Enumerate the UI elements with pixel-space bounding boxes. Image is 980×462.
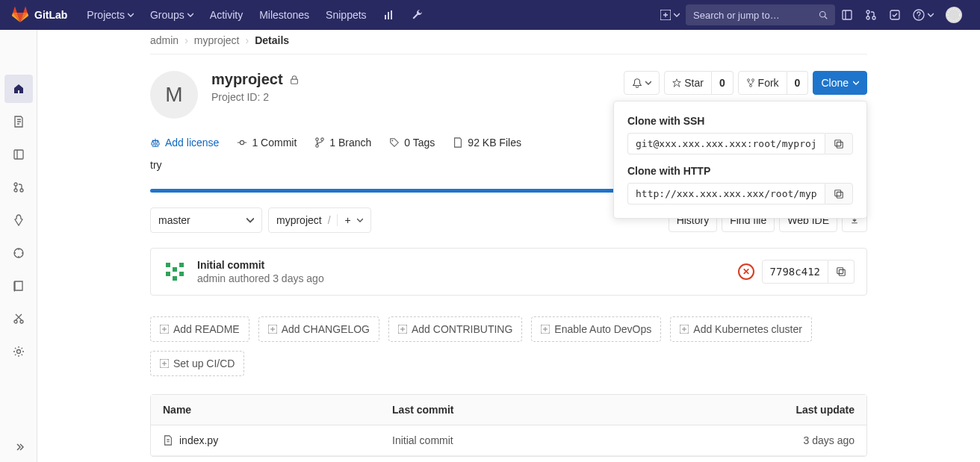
svg-rect-35: [166, 272, 170, 276]
copy-icon: [834, 139, 844, 149]
merge-requests-icon[interactable]: [859, 3, 883, 27]
svg-rect-25: [835, 190, 841, 196]
table-row[interactable]: index.py Initial commit 3 days ago: [151, 425, 866, 456]
add-changelog[interactable]: Add CHANGELOG: [258, 316, 379, 342]
breadcrumb: admin › myproject › Details: [150, 31, 867, 54]
chevron-down-icon: [128, 12, 134, 18]
svg-point-21: [749, 84, 751, 87]
sidebar: [0, 30, 37, 462]
branch-select[interactable]: master: [150, 207, 262, 233]
clone-ssh-label: Clone with SSH: [627, 115, 853, 127]
chevron-down-icon: [246, 216, 254, 224]
copy-ssh-button[interactable]: [825, 133, 853, 154]
tags-link[interactable]: 0 Tags: [389, 137, 435, 149]
svg-rect-37: [173, 276, 177, 281]
sidebar-collapse[interactable]: [4, 432, 34, 462]
sidebar-repository[interactable]: [4, 107, 33, 136]
commit-icon: [237, 137, 247, 148]
svg-rect-22: [837, 142, 843, 148]
suggestion-buttons: Add README Add CHANGELOG Add CONTRIBUTIN…: [150, 316, 867, 376]
commit-title[interactable]: Initial commit: [197, 259, 324, 271]
commit-subtitle: admin authored 3 days ago: [197, 272, 324, 284]
fork-button[interactable]: Fork: [738, 71, 787, 95]
copy-icon: [836, 266, 846, 277]
add-contributing[interactable]: Add CONTRIBUTING: [388, 316, 522, 342]
bell-icon: [632, 78, 642, 88]
search-box[interactable]: [686, 4, 835, 25]
svg-point-17: [16, 350, 20, 354]
svg-point-19: [747, 79, 749, 81]
svg-point-12: [14, 189, 17, 192]
breadcrumb-current: Details: [255, 34, 289, 46]
file-last-commit[interactable]: Initial commit: [380, 425, 627, 456]
sidebar-snippets[interactable]: [4, 305, 33, 333]
copy-icon: [834, 189, 844, 199]
nav-activity[interactable]: Activity: [202, 1, 250, 28]
svg-point-16: [20, 320, 23, 323]
setup-cicd[interactable]: Set up CI/CD: [150, 351, 244, 376]
clone-ssh-input[interactable]: [627, 133, 825, 154]
add-file-dropdown[interactable]: +: [337, 214, 363, 226]
issues-icon[interactable]: [835, 3, 859, 27]
last-commit: Initial commit admin authored 3 days ago…: [150, 248, 867, 296]
sidebar-operations[interactable]: [4, 239, 33, 267]
commits-link[interactable]: 1 Commit: [237, 137, 297, 149]
nav-snippets[interactable]: Snippets: [318, 1, 373, 28]
nav-projects[interactable]: Projects: [79, 1, 141, 28]
svg-rect-33: [179, 263, 184, 267]
breadcrumb-admin[interactable]: admin: [150, 34, 179, 46]
nav-wrench-icon[interactable]: [404, 1, 431, 28]
svg-point-15: [14, 320, 17, 323]
clone-button[interactable]: Clone: [813, 71, 867, 95]
gitlab-logo[interactable]: GitLab: [12, 7, 67, 23]
add-readme[interactable]: Add README: [150, 316, 249, 342]
help-icon[interactable]: [907, 3, 940, 27]
svg-point-4: [866, 16, 869, 19]
sidebar-overview[interactable]: [4, 75, 33, 103]
disk-icon: [453, 137, 463, 148]
sidebar-merge-requests[interactable]: [4, 173, 33, 202]
topbar: GitLab Projects Groups Activity Mileston…: [0, 0, 980, 30]
files-size[interactable]: 92 KB Files: [453, 137, 521, 149]
svg-rect-24: [837, 192, 843, 198]
plus-dropdown[interactable]: [654, 3, 686, 27]
svg-rect-36: [179, 272, 184, 276]
star-button[interactable]: Star: [664, 71, 712, 95]
nav-groups[interactable]: Groups: [143, 1, 201, 28]
svg-rect-18: [291, 79, 297, 84]
add-license-link[interactable]: Add license: [150, 137, 219, 149]
breadcrumb-project[interactable]: myproject: [194, 34, 240, 46]
chevron-down-icon: [187, 12, 193, 18]
clone-http-label: Clone with HTTP: [627, 165, 853, 177]
sidebar-issues[interactable]: [4, 140, 33, 169]
clone-http-input[interactable]: [627, 183, 825, 205]
branches-link[interactable]: 1 Branch: [314, 137, 371, 149]
branch-icon: [314, 137, 325, 148]
sidebar-settings[interactable]: [4, 337, 33, 366]
copy-sha-button[interactable]: [828, 260, 855, 284]
nav-analytics-icon[interactable]: [376, 1, 403, 28]
pipeline-fail-icon[interactable]: ✕: [738, 263, 754, 280]
commit-sha[interactable]: 7798c412: [762, 260, 828, 284]
plus-icon: [268, 325, 277, 334]
todos-icon[interactable]: [883, 3, 907, 27]
nav-milestones[interactable]: Milestones: [252, 1, 317, 28]
path-breadcrumb: myproject / +: [268, 207, 371, 233]
notification-dropdown[interactable]: [624, 71, 660, 95]
add-k8s[interactable]: Add Kubernetes cluster: [670, 316, 812, 342]
search-input[interactable]: [693, 10, 819, 21]
sidebar-wiki[interactable]: [4, 272, 33, 300]
tag-icon: [389, 137, 400, 148]
copy-http-button[interactable]: [825, 183, 853, 205]
svg-point-30: [392, 140, 394, 142]
chevron-down-icon: [357, 217, 363, 223]
enable-autodevops[interactable]: Enable Auto DevOps: [531, 316, 661, 342]
sidebar-cicd[interactable]: [4, 206, 33, 234]
user-avatar[interactable]: [940, 1, 968, 29]
path-root[interactable]: myproject: [276, 214, 322, 226]
brand-text: GitLab: [34, 9, 67, 21]
identicon: [163, 260, 187, 284]
fork-count: 0: [787, 71, 809, 95]
svg-point-5: [872, 16, 875, 19]
th-name: Name: [151, 395, 380, 425]
